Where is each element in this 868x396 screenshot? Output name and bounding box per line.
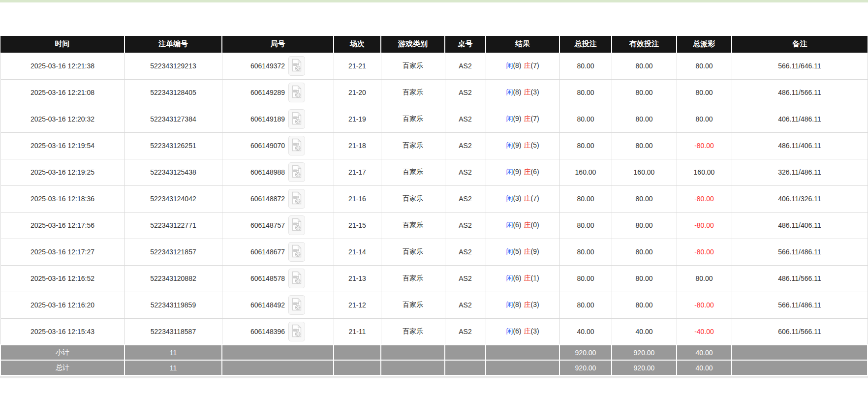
cell-payout: -40.00: [677, 318, 732, 345]
cell-session: 21-12: [334, 292, 381, 318]
cell-time: 2025-03-16 12:15:43: [0, 318, 124, 345]
cell-total-bet: 80.00: [559, 185, 612, 212]
cell-total-bet: 80.00: [559, 239, 612, 265]
result-banker-label: 庄: [524, 247, 531, 255]
table-row: 2025-03-16 12:20:32 522343127384 6061491…: [0, 106, 868, 132]
result-player-label: 闲: [506, 141, 513, 149]
result-player-label: 闲: [506, 301, 513, 308]
cell-payout: -80.00: [677, 212, 732, 239]
cell-note: 486.11/566.11: [732, 79, 868, 106]
video-replay-button[interactable]: [288, 269, 305, 288]
video-file-icon: [291, 112, 302, 126]
result-player-label: 闲: [506, 61, 513, 69]
cell-result: 闲(8)庄(3): [486, 292, 559, 318]
cell-session: 21-17: [334, 159, 381, 185]
cell-total-bet: 80.00: [559, 106, 612, 132]
subtotal-total-bet: 920.00: [559, 345, 612, 360]
table-row: 2025-03-16 12:18:36 522343124042 6061488…: [0, 185, 868, 212]
cell-time: 2025-03-16 12:20:32: [0, 106, 124, 132]
result-player-score: (9): [513, 141, 521, 149]
col-header-session: 场次: [334, 36, 381, 53]
cell-round-id: 606149372: [222, 53, 334, 79]
result-banker-score: (0): [531, 221, 539, 229]
cell-session: 21-21: [334, 53, 381, 79]
video-replay-button[interactable]: [288, 56, 305, 76]
cell-game-type: 百家乐: [381, 79, 445, 106]
video-file-icon: [291, 218, 302, 233]
cell-total-bet: 80.00: [559, 292, 612, 318]
video-file-icon: [291, 324, 302, 339]
table-row: 2025-03-16 12:19:54 522343126251 6061490…: [0, 132, 868, 159]
cell-table-no: AS2: [445, 79, 486, 106]
cell-table-no: AS2: [445, 239, 486, 265]
result-banker-score: (1): [531, 274, 539, 282]
result-player-label: 闲: [506, 168, 513, 176]
cell-result: 闲(8)庄(7): [486, 53, 559, 79]
total-total-bet: 920.00: [559, 360, 612, 375]
cell-result: 闲(9)庄(7): [486, 106, 559, 132]
video-file-icon: [291, 59, 302, 73]
video-replay-button[interactable]: [288, 215, 305, 235]
cell-bet-id: 522343125438: [124, 159, 222, 185]
cell-game-type: 百家乐: [381, 212, 445, 239]
total-valid-bet: 920.00: [612, 360, 677, 375]
cell-valid-bet: 80.00: [612, 265, 677, 292]
cell-total-bet: 80.00: [559, 265, 612, 292]
cell-payout: -80.00: [677, 292, 732, 318]
cell-time: 2025-03-16 12:18:36: [0, 185, 124, 212]
result-banker-label: 庄: [524, 141, 531, 149]
cell-bet-id: 522343126251: [124, 132, 222, 159]
cell-payout: 160.00: [677, 159, 732, 185]
table-body: 2025-03-16 12:21:38 522343129213 6061493…: [0, 53, 868, 345]
cell-valid-bet: 80.00: [612, 132, 677, 159]
cell-time: 2025-03-16 12:19:54: [0, 132, 124, 159]
cell-total-bet: 160.00: [559, 159, 612, 185]
cell-bet-id: 522343128405: [124, 79, 222, 106]
subtotal-payout: 40.00: [677, 345, 732, 360]
cell-time: 2025-03-16 12:21:08: [0, 79, 124, 106]
cell-session: 21-16: [334, 185, 381, 212]
cell-round-id: 606148578: [222, 265, 334, 292]
cell-session: 21-18: [334, 132, 381, 159]
cell-game-type: 百家乐: [381, 265, 445, 292]
video-file-icon: [291, 191, 302, 206]
col-header-result: 结果: [486, 36, 559, 53]
cell-total-bet: 80.00: [559, 79, 612, 106]
cell-table-no: AS2: [445, 318, 486, 345]
video-replay-button[interactable]: [288, 322, 305, 341]
cell-total-bet: 80.00: [559, 132, 612, 159]
cell-round-id: 606148757: [222, 212, 334, 239]
result-banker-score: (7): [531, 194, 539, 202]
video-replay-button[interactable]: [288, 162, 305, 182]
video-replay-button[interactable]: [288, 295, 305, 315]
result-banker-label: 庄: [524, 327, 531, 335]
cell-game-type: 百家乐: [381, 318, 445, 345]
table-row: 2025-03-16 12:17:27 522343121857 6061486…: [0, 239, 868, 265]
table-row: 2025-03-16 12:15:43 522343118587 6061483…: [0, 318, 868, 345]
result-banker-score: (6): [531, 168, 539, 176]
table-bottom-edge: [0, 376, 868, 378]
video-replay-button[interactable]: [288, 83, 305, 102]
cell-result: 闲(6)庄(0): [486, 212, 559, 239]
cell-round-id: 606148677: [222, 239, 334, 265]
result-banker-score: (9): [531, 247, 539, 255]
video-replay-button[interactable]: [288, 242, 305, 262]
cell-session: 21-19: [334, 106, 381, 132]
table-row: 2025-03-16 12:16:52 522343120882 6061485…: [0, 265, 868, 292]
cell-bet-id: 522343119859: [124, 292, 222, 318]
result-banker-label: 庄: [524, 194, 531, 202]
result-banker-label: 庄: [524, 301, 531, 308]
video-replay-button[interactable]: [288, 109, 305, 129]
col-header-table-no: 桌号: [445, 36, 486, 53]
cell-game-type: 百家乐: [381, 106, 445, 132]
cell-table-no: AS2: [445, 159, 486, 185]
video-replay-button[interactable]: [288, 189, 305, 209]
cell-game-type: 百家乐: [381, 185, 445, 212]
cell-time: 2025-03-16 12:19:25: [0, 159, 124, 185]
round-id-text: 606148492: [250, 301, 285, 309]
cell-note: 406.11/326.11: [732, 185, 868, 212]
video-replay-button[interactable]: [288, 136, 305, 155]
result-banker-label: 庄: [524, 61, 531, 69]
cell-result: 闲(9)庄(6): [486, 159, 559, 185]
video-file-icon: [291, 138, 302, 153]
